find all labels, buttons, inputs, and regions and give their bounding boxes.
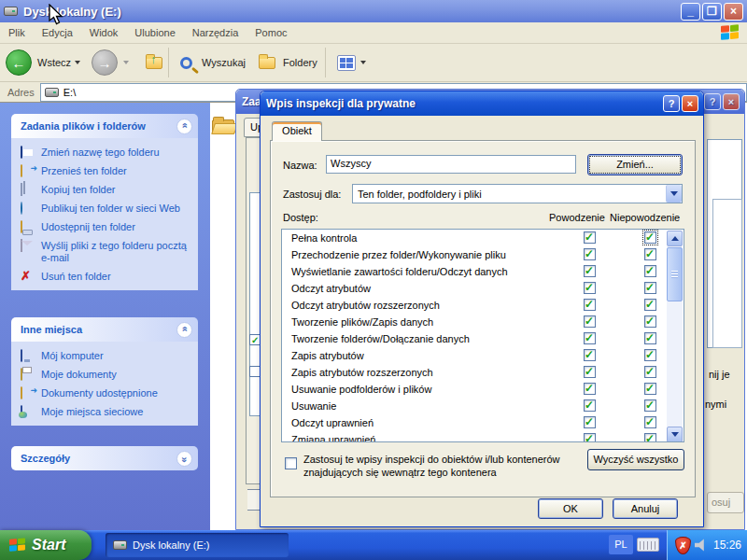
apply-to-dropdown[interactable]: Ten folder, podfoldery i pliki: [352, 184, 683, 203]
tab-obiekt[interactable]: Obiekt: [272, 121, 322, 141]
sidebar-item-network-places[interactable]: Moje miejsca sieciowe: [21, 406, 190, 418]
language-indicator[interactable]: PL: [609, 535, 633, 554]
failure-checkbox[interactable]: [644, 265, 656, 277]
other-places-header[interactable]: Inne miejsca »: [11, 317, 198, 342]
failure-checkbox[interactable]: [644, 349, 656, 361]
file-tasks-header[interactable]: Zadania plików i folderów »: [11, 114, 198, 138]
minimize-button[interactable]: _: [681, 3, 700, 21]
sidebar-item-email[interactable]: Wyślij pliki z tego folderu pocztą e-mai…: [21, 240, 190, 264]
ok-button[interactable]: OK: [538, 498, 603, 519]
folders-icon[interactable]: [259, 57, 275, 69]
help-button[interactable]: ?: [704, 93, 721, 110]
access-row[interactable]: Wyświetlanie zawartości folderu/Odczyt d…: [282, 263, 684, 280]
folders-button-label[interactable]: Foldery: [283, 57, 317, 68]
forward-dropdown-icon[interactable]: [123, 61, 129, 64]
scroll-up-icon[interactable]: [667, 231, 683, 246]
access-row[interactable]: Usuwanie: [282, 398, 684, 414]
sidebar-item-copy[interactable]: Kopiuj ten folder: [21, 184, 190, 196]
back-button-icon[interactable]: ←: [6, 49, 32, 76]
success-checkbox[interactable]: [584, 299, 596, 311]
scroll-down-icon[interactable]: [667, 427, 683, 442]
sidebar-item-delete[interactable]: ✗ Usuń ten folder: [21, 271, 190, 283]
keyboard-icon[interactable]: [637, 538, 659, 552]
sidebar-item-my-computer[interactable]: Mój komputer: [21, 350, 190, 362]
forward-button-icon[interactable]: →: [92, 49, 118, 76]
access-row[interactable]: Odczyt uprawnień: [282, 414, 684, 431]
failure-checkbox[interactable]: [644, 416, 656, 428]
sidebar-item-publish[interactable]: Publikuj ten folder w sieci Web: [21, 203, 190, 215]
menu-pomoc[interactable]: Pomoc: [247, 27, 295, 38]
failure-checkbox[interactable]: [644, 383, 656, 395]
failure-checkbox[interactable]: [644, 231, 656, 244]
close-button[interactable]: ×: [724, 3, 743, 21]
collapse-chevron-icon[interactable]: »: [176, 119, 192, 134]
sidebar-item-rename[interactable]: Zmień nazwę tego folderu: [21, 147, 190, 159]
menu-ulubione[interactable]: Ulubione: [126, 27, 183, 38]
restore-button[interactable]: ❐: [702, 3, 722, 21]
up-folder-icon[interactable]: ↑: [146, 57, 162, 69]
dialog-titlebar[interactable]: Wpis inspekcji dla prywatne: [261, 91, 703, 116]
sidebar-item-move[interactable]: Przenieś ten folder: [21, 165, 190, 177]
help-button[interactable]: ?: [663, 95, 680, 112]
access-row[interactable]: Pełna kontrola: [282, 230, 684, 246]
success-checkbox[interactable]: [584, 265, 596, 277]
access-row[interactable]: Zapis atrybutów: [282, 347, 684, 364]
volume-icon[interactable]: [695, 539, 708, 552]
close-button[interactable]: ×: [723, 93, 740, 110]
access-row[interactable]: Tworzenie folderów/Dołączanie danych: [282, 330, 684, 347]
search-icon[interactable]: [180, 57, 192, 69]
success-checkbox[interactable]: [584, 282, 596, 294]
dropdown-arrow-icon[interactable]: [666, 185, 682, 203]
apply-to-children-checkbox[interactable]: [285, 457, 297, 469]
success-checkbox[interactable]: [584, 399, 596, 412]
scroll-thumb[interactable]: [667, 247, 683, 301]
taskbar-task-disk-e[interactable]: Dysk lokalny (E:): [106, 533, 289, 557]
failure-checkbox[interactable]: [644, 248, 656, 260]
window-titlebar[interactable]: Dysk lokalny (E:) _ ❐ ×: [0, 0, 747, 22]
cancel-button[interactable]: Anuluj: [613, 498, 678, 519]
details-header[interactable]: Szczegóły »: [11, 446, 198, 470]
failure-checkbox[interactable]: [644, 315, 656, 328]
expand-chevron-icon[interactable]: »: [176, 451, 192, 467]
success-checkbox[interactable]: [584, 433, 596, 442]
name-field[interactable]: Wszyscy: [326, 155, 576, 174]
menu-edycja[interactable]: Edycja: [34, 27, 81, 38]
access-row[interactable]: Zapis atrybutów rozszerzonych: [282, 364, 684, 381]
sidebar-item-my-documents[interactable]: Moje dokumenty: [21, 369, 190, 381]
success-checkbox[interactable]: [584, 231, 596, 244]
menu-narzedzia[interactable]: Narzędzia: [184, 27, 247, 38]
success-checkbox[interactable]: [584, 315, 596, 328]
access-list[interactable]: Pełna kontrola Przechodzenie przez folde…: [281, 229, 684, 442]
failure-checkbox[interactable]: [644, 366, 656, 378]
failure-checkbox[interactable]: [644, 433, 656, 442]
menu-widok[interactable]: Widok: [81, 27, 127, 38]
failure-checkbox[interactable]: [644, 282, 656, 294]
back-dropdown-icon[interactable]: [75, 61, 80, 64]
failure-checkbox[interactable]: [644, 399, 656, 412]
access-row[interactable]: Usuwanie podfolderów i plików: [282, 381, 684, 398]
change-button[interactable]: Zmień...: [587, 154, 683, 175]
clear-all-button[interactable]: Wyczyść wszystko: [587, 449, 684, 470]
access-row[interactable]: Zmiana uprawnień: [282, 431, 684, 442]
failure-checkbox[interactable]: [644, 299, 656, 311]
sidebar-item-share[interactable]: Udostępnij ten folder: [21, 221, 190, 233]
success-checkbox[interactable]: [584, 349, 596, 361]
success-checkbox[interactable]: [584, 248, 596, 260]
security-alert-icon[interactable]: ✗: [675, 537, 691, 554]
folder-item-icon[interactable]: [212, 116, 236, 134]
sidebar-item-shared-documents[interactable]: Dokumenty udostępnione: [21, 387, 190, 399]
views-dropdown-icon[interactable]: [360, 61, 366, 64]
views-icon[interactable]: [337, 55, 356, 71]
failure-checkbox[interactable]: [644, 332, 656, 344]
menu-plik[interactable]: Plik: [0, 27, 34, 38]
list-scrollbar[interactable]: [667, 231, 683, 442]
success-checkbox[interactable]: [584, 416, 596, 428]
access-row[interactable]: Odczyt atrybutów: [282, 280, 684, 297]
back-button-label[interactable]: Wstecz: [37, 57, 71, 68]
success-checkbox[interactable]: [584, 383, 596, 395]
apply-button-fragment[interactable]: osuj: [707, 492, 744, 513]
close-button[interactable]: ×: [682, 95, 698, 112]
collapse-chevron-icon[interactable]: »: [176, 322, 192, 338]
start-button[interactable]: Start: [0, 530, 92, 560]
access-row[interactable]: Tworzenie plików/Zapis danych: [282, 314, 684, 330]
